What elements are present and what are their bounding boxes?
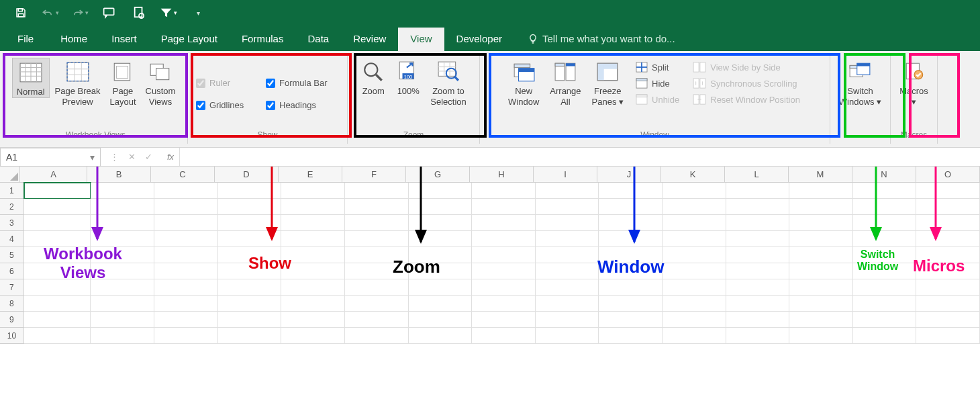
fx-label[interactable]: fx	[162, 152, 179, 162]
cell[interactable]	[472, 296, 536, 312]
cell[interactable]	[281, 328, 345, 344]
column-header[interactable]: L	[725, 167, 789, 183]
cell[interactable]	[24, 183, 91, 199]
cell[interactable]	[409, 328, 473, 344]
cell[interactable]	[345, 199, 409, 215]
cell[interactable]	[789, 312, 853, 328]
cell[interactable]	[218, 215, 282, 231]
row-header[interactable]: 4	[0, 231, 24, 247]
cell[interactable]	[536, 231, 599, 247]
cell[interactable]	[789, 231, 853, 247]
cell[interactable]	[853, 279, 917, 296]
cell[interactable]	[154, 231, 218, 247]
formula-bar-checkbox[interactable]: Formula Bar	[262, 75, 332, 91]
formula-input[interactable]	[179, 148, 980, 166]
cell[interactable]	[472, 247, 536, 263]
cell[interactable]	[24, 296, 91, 312]
column-header[interactable]: A	[20, 167, 87, 183]
cell[interactable]	[599, 328, 663, 344]
tab-developer[interactable]: Developer	[444, 28, 514, 51]
cell[interactable]	[281, 231, 345, 247]
cell[interactable]	[281, 199, 345, 215]
column-header[interactable]: E	[279, 167, 342, 183]
cell[interactable]	[345, 312, 409, 328]
filter-icon[interactable]: ▾	[160, 4, 177, 21]
chevron-down-icon[interactable]: ▾	[90, 152, 95, 163]
save-icon[interactable]	[12, 4, 30, 21]
cell[interactable]	[853, 296, 917, 312]
cell[interactable]	[91, 183, 154, 199]
cell[interactable]	[599, 199, 663, 215]
cell[interactable]	[345, 328, 409, 344]
column-header[interactable]: I	[534, 167, 597, 183]
row-header[interactable]: 9	[0, 312, 24, 328]
cell[interactable]	[345, 215, 409, 231]
cell[interactable]	[789, 199, 853, 215]
cell[interactable]	[663, 231, 726, 247]
gridlines-checkbox[interactable]: Gridlines	[192, 97, 256, 113]
cell[interactable]	[409, 183, 473, 199]
print-preview-icon[interactable]	[130, 4, 148, 21]
row-header[interactable]: 7	[0, 279, 24, 296]
freeze-panes-button[interactable]: Freeze Panes ▾	[588, 58, 628, 107]
macros-button[interactable]: Macros ▾	[895, 58, 932, 107]
cell[interactable]	[663, 215, 726, 231]
column-header[interactable]: G	[406, 167, 470, 183]
name-box[interactable]: A1▾	[0, 148, 101, 167]
cell[interactable]	[916, 231, 980, 247]
cell[interactable]	[663, 183, 726, 199]
cell[interactable]	[916, 199, 980, 215]
cell[interactable]	[409, 312, 473, 328]
qat-customize-icon[interactable]: ▾	[189, 4, 207, 21]
cell[interactable]	[472, 312, 536, 328]
cell[interactable]	[536, 296, 599, 312]
row-header[interactable]: 3	[0, 215, 24, 231]
cell[interactable]	[599, 312, 663, 328]
cell[interactable]	[916, 296, 980, 312]
cell[interactable]	[472, 279, 536, 296]
cell[interactable]	[91, 328, 154, 344]
cell[interactable]	[472, 183, 536, 199]
cell[interactable]	[536, 328, 599, 344]
cell[interactable]	[218, 183, 282, 199]
cell[interactable]	[916, 279, 980, 296]
column-header[interactable]: D	[215, 167, 279, 183]
cell[interactable]	[154, 328, 218, 344]
cell[interactable]	[726, 328, 790, 344]
tab-file[interactable]: File	[3, 28, 48, 51]
cell[interactable]	[599, 296, 663, 312]
cell[interactable]	[472, 215, 536, 231]
cell[interactable]	[91, 296, 154, 312]
column-header[interactable]: O	[916, 167, 980, 183]
cell[interactable]	[409, 231, 473, 247]
cell[interactable]	[281, 279, 345, 296]
cell[interactable]	[663, 279, 726, 296]
cell[interactable]	[726, 263, 790, 279]
cell[interactable]	[789, 279, 853, 296]
column-header[interactable]: H	[470, 167, 534, 183]
cell[interactable]	[853, 215, 917, 231]
cell[interactable]	[91, 312, 154, 328]
tab-insert[interactable]: Insert	[99, 28, 149, 51]
split-button[interactable]: Split	[630, 59, 685, 75]
cell[interactable]	[726, 183, 790, 199]
cell[interactable]	[663, 199, 726, 215]
cell[interactable]	[536, 199, 599, 215]
cell[interactable]	[536, 279, 599, 296]
cell[interactable]	[726, 199, 790, 215]
tab-page-layout[interactable]: Page Layout	[149, 28, 230, 51]
column-header[interactable]: M	[789, 167, 852, 183]
tab-review[interactable]: Review	[341, 28, 398, 51]
cell[interactable]	[91, 199, 154, 215]
normal-view-button[interactable]: Normal	[12, 58, 50, 98]
cell[interactable]	[154, 279, 218, 296]
select-all-corner[interactable]	[0, 167, 20, 183]
zoom-to-selection-button[interactable]: Zoom to Selection	[426, 58, 470, 107]
cell[interactable]	[472, 199, 536, 215]
row-header[interactable]: 2	[0, 199, 24, 215]
cell[interactable]	[281, 296, 345, 312]
cell[interactable]	[409, 296, 473, 312]
cell[interactable]	[726, 312, 790, 328]
cell[interactable]	[24, 312, 91, 328]
zoom-button[interactable]: Zoom	[356, 58, 390, 97]
